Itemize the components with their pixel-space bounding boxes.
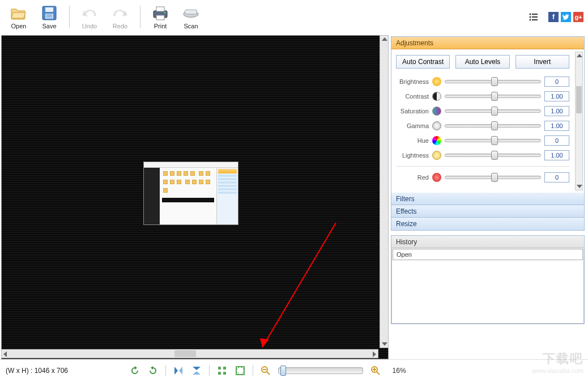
auto-contrast-button[interactable]: Auto Contrast [396,55,450,69]
history-item[interactable]: Open [393,249,583,260]
gamma-icon [432,121,441,130]
toolbar-separator [69,6,70,28]
floppy-save-icon [41,5,58,22]
canvas-scrollbar-vertical[interactable] [380,35,389,348]
svg-rect-16 [532,16,538,18]
history-header[interactable]: History [391,236,584,248]
svg-point-12 [530,14,531,15]
lightness-value[interactable]: 1.00 [544,150,569,160]
save-label: Save [42,23,56,29]
toolbar-separator [140,6,140,28]
contrast-value[interactable]: 1.00 [544,91,569,101]
invert-button[interactable]: Invert [515,55,569,69]
svg-rect-25 [223,367,226,370]
brightness-value[interactable]: 0 [544,77,569,87]
canvas[interactable] [1,35,389,359]
gamma-slider[interactable] [445,124,541,128]
fit-button[interactable] [216,365,228,376]
redo-label: Redo [113,23,127,29]
scanner-icon [182,5,199,22]
svg-rect-8 [156,15,164,20]
red-value[interactable]: 0 [544,172,569,182]
list-icon[interactable] [528,11,539,23]
brightness-label: Brightness [396,78,429,85]
canvas-scrollbar-horizontal[interactable] [1,349,378,358]
hue-slider[interactable] [445,139,541,142]
open-label: Open [11,23,27,29]
flip-horizontal-button[interactable] [191,365,202,376]
printer-icon [152,5,169,22]
resize-header[interactable]: Resize [391,218,584,230]
hue-label: Hue [396,137,429,144]
svg-line-18 [262,223,336,347]
svg-marker-23 [193,371,201,375]
contrast-row: Contrast 1.00 [396,91,580,101]
side-panels: Adjustments Auto Contrast Auto Levels In… [390,34,588,359]
auto-levels-button[interactable]: Auto Levels [455,55,509,69]
print-button[interactable]: Print [146,2,174,32]
annotation-arrow [211,217,353,359]
rotate-right-button[interactable] [147,365,159,376]
twitter-icon[interactable] [561,12,571,22]
gamma-label: Gamma [396,122,429,129]
gamma-value[interactable]: 1.00 [544,121,569,131]
saturation-value[interactable]: 1.00 [544,106,569,116]
saturation-label: Saturation [396,108,429,114]
undo-button[interactable]: Undo [75,2,104,32]
svg-rect-7 [156,7,164,11]
zoom-value: 16% [388,367,411,375]
adjustments-scrollbar[interactable] [575,52,583,190]
lightness-row: Lightness 1.00 [396,150,580,160]
svg-point-13 [530,16,531,18]
redo-button[interactable]: Redo [106,2,134,32]
hue-row: Hue 0 [396,135,580,146]
svg-line-30 [267,372,270,375]
main-toolbar: Open Save Undo Redo Print Scan [0,0,588,34]
saturation-row: Saturation 1.00 [396,106,580,116]
adjustments-header[interactable]: Adjustments [391,37,584,49]
sun-icon [432,77,441,86]
svg-rect-1 [45,7,53,12]
undo-label: Undo [82,23,97,29]
svg-rect-17 [532,19,538,20]
open-button[interactable]: Open [5,2,33,32]
zoom-in-button[interactable] [370,365,381,376]
redo-icon [112,5,129,22]
svg-rect-11 [185,10,197,14]
red-row: Red 0 [396,172,580,182]
googleplus-icon[interactable]: g+ [573,12,583,22]
svg-rect-24 [218,367,221,370]
svg-rect-27 [223,372,226,375]
saturation-slider[interactable] [445,109,541,113]
rotate-left-button[interactable] [129,365,140,376]
svg-marker-20 [174,367,178,375]
lightness-slider[interactable] [445,154,541,157]
brightness-row: Brightness 0 [396,77,580,87]
filters-header[interactable]: Filters [391,193,584,205]
hue-value[interactable]: 0 [544,135,569,146]
scan-button[interactable]: Scan [177,2,205,32]
saturation-icon [432,107,441,116]
svg-marker-19 [260,338,269,347]
scan-label: Scan [184,23,198,29]
save-button[interactable]: Save [35,2,63,32]
red-label: Red [396,174,429,181]
status-bar: (W x H) : 1046 x 706 16% [0,359,588,381]
contrast-slider[interactable] [445,95,541,98]
effects-header[interactable]: Effects [391,205,584,218]
hue-icon [432,136,441,145]
red-slider[interactable] [445,176,541,179]
zoom-out-button[interactable] [260,365,271,376]
flip-vertical-button[interactable] [173,365,184,376]
toolbar-right: f g+ [528,11,583,23]
svg-point-14 [530,19,531,21]
svg-marker-21 [179,367,182,375]
brightness-slider[interactable] [445,80,541,83]
dimensions-label: (W x H) : 1046 x 706 [6,367,85,375]
red-icon [432,173,441,182]
zoom-slider[interactable] [278,367,363,374]
document-thumbnail[interactable] [143,162,238,225]
facebook-icon[interactable]: f [548,12,559,22]
svg-line-33 [377,372,380,375]
actual-size-button[interactable] [235,365,246,376]
